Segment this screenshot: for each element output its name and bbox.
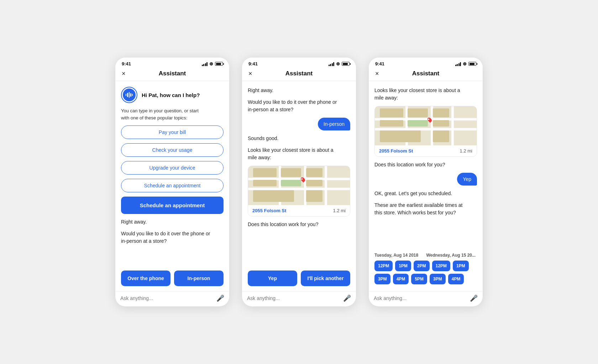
bot-msg-3b: Does this location work for you? <box>374 161 477 168</box>
slot-4pm-d2-r2[interactable]: 4PM <box>448 274 464 284</box>
battery-icon-3 <box>468 62 476 66</box>
in-person-btn-1[interactable]: In-person <box>174 271 224 286</box>
bot-msg-2a: Right away. <box>248 87 350 94</box>
quick-reply-schedule[interactable]: Schedule an appointment <box>121 179 224 192</box>
user-msg-row-2: In-person <box>248 118 350 130</box>
time-2: 9:41 <box>248 61 258 66</box>
slots-row1: 12PM 1PM 2PM 12PM 1PM <box>374 261 477 271</box>
avatar-inner-1 <box>123 89 136 101</box>
slot-3pm-d1-r2[interactable]: 3PM <box>374 274 390 284</box>
chat-area-2: Right away. Would you like to do it over… <box>242 81 356 267</box>
app-header-3: × Assistant <box>369 68 483 81</box>
chat-area-1: Hi Pat, how can I help? You can type in … <box>115 81 229 267</box>
header-title-1: Assistant <box>159 70 186 77</box>
bot-msg-3d: These are the earliest available times a… <box>374 202 477 216</box>
bot-msg-2c: Sounds good. <box>248 135 350 142</box>
signal-icon-2 <box>329 62 335 66</box>
bot-msg-3a: Looks like your closest store is about a… <box>374 87 477 102</box>
signal-icon-1 <box>202 62 208 66</box>
app-header-1: × Assistant <box>115 68 229 81</box>
close-button-3[interactable]: × <box>375 70 379 77</box>
app-header-2: × Assistant <box>242 68 356 81</box>
map-image-3 <box>375 106 477 145</box>
phone-screen-2: 9:41 ⊛ × Assistant Right away. Would you… <box>242 58 356 306</box>
phone-screen-3: 9:41 ⊛ × Assistant Looks like your close… <box>369 58 483 306</box>
slot-day2-label: Wednesday, Aug 15 20... <box>426 253 476 258</box>
slot-1pm-d1-r1[interactable]: 1PM <box>395 261 411 271</box>
user-msg-3: Yep <box>457 173 477 186</box>
avatar-1 <box>121 87 137 103</box>
bot-msg-2d: Looks like your closest store is about a… <box>248 146 350 161</box>
map-card-3: 2055 Folsom St 1.2 mi <box>374 106 477 157</box>
soundwave-icon-1 <box>126 92 133 98</box>
bot-msg-2e: Does this location work for you? <box>248 221 350 228</box>
wifi-icon-2: ⊛ <box>336 61 340 66</box>
input-bar-2: 🎤 <box>242 291 356 306</box>
map-distance-2: 1.2 mi <box>333 208 346 213</box>
quick-reply-check-usage[interactable]: Check your usage <box>121 143 224 157</box>
slot-4pm-d1-r2[interactable]: 4PM <box>393 274 409 284</box>
status-bar-2: 9:41 ⊛ <box>242 58 356 68</box>
time-slots-header-3: Tuesday, Aug 14 2018 Wednesday, Aug 15 2… <box>374 253 477 258</box>
wifi-icon-3: ⊛ <box>463 61 467 66</box>
user-msg-2: In-person <box>318 118 350 130</box>
slot-12pm-d1-r1[interactable]: 12PM <box>374 261 393 271</box>
mic-icon-2[interactable]: 🎤 <box>343 294 351 302</box>
chat-input-1[interactable] <box>120 295 214 301</box>
bot-msg-1b: Would you like to do it over the phone o… <box>121 230 224 245</box>
pick-another-btn-2[interactable]: I'll pick another <box>301 271 350 286</box>
subtitle-text-1: You can type in your question, or start … <box>121 107 224 121</box>
mic-icon-3[interactable]: 🎤 <box>470 294 478 302</box>
close-button-2[interactable]: × <box>248 70 252 77</box>
time-1: 9:41 <box>122 61 131 66</box>
slot-2pm-d1-r1[interactable]: 2PM <box>414 261 430 271</box>
user-msg-row-3: Yep <box>374 173 477 186</box>
slot-day1-label: Tuesday, Aug 14 2018 <box>374 253 418 258</box>
bot-msg-3c: OK, great. Let's get you scheduled. <box>374 190 477 197</box>
chat-input-2[interactable] <box>247 295 340 301</box>
quick-reply-pay-bill[interactable]: Pay your bill <box>121 125 224 139</box>
bot-msg-1a: Right away. <box>121 218 224 226</box>
map-footer-2: 2055 Folsom St 1.2 mi <box>248 205 350 216</box>
slot-12pm-d2-r1[interactable]: 12PM <box>432 261 450 271</box>
chat-input-3[interactable] <box>374 295 467 301</box>
greeting-row-1: Hi Pat, how can I help? <box>121 87 224 103</box>
map-address-3: 2055 Folsom St <box>379 148 413 154</box>
wifi-icon-1: ⊛ <box>209 61 213 66</box>
map-image-2 <box>248 166 350 205</box>
mic-icon-1[interactable]: 🎤 <box>216 294 224 302</box>
header-title-3: Assistant <box>412 70 440 77</box>
screens-container: 9:41 ⊛ × Assistant <box>115 58 483 306</box>
slot-3pm-d2-r2[interactable]: 3PM <box>430 274 446 284</box>
cta-schedule-1[interactable]: Schedule an appointment <box>121 197 224 214</box>
status-bar-1: 9:41 ⊛ <box>115 58 229 68</box>
map-address-2: 2055 Folsom St <box>252 208 286 213</box>
input-bar-1: 🎤 <box>115 291 229 306</box>
status-icons-2: ⊛ <box>329 61 350 66</box>
bottom-btns-2: Yep I'll pick another <box>242 267 356 291</box>
close-button-1[interactable]: × <box>122 70 126 77</box>
greeting-text-1: Hi Pat, how can I help? <box>142 92 200 98</box>
yep-btn-2[interactable]: Yep <box>248 271 297 286</box>
map-footer-3: 2055 Folsom St 1.2 mi <box>375 145 477 156</box>
slot-5pm-d1-r2[interactable]: 5PM <box>411 274 427 284</box>
slots-row2: 3PM 4PM 5PM 3PM 4PM <box>374 274 477 284</box>
map-card-2: 2055 Folsom St 1.2 mi <box>248 166 350 216</box>
phone-screen-1: 9:41 ⊛ × Assistant <box>115 58 229 306</box>
map-distance-3: 1.2 mi <box>460 148 472 154</box>
quick-reply-upgrade[interactable]: Upgrade your device <box>121 161 224 175</box>
time-slots-3: Tuesday, Aug 14 2018 Wednesday, Aug 15 2… <box>369 253 483 291</box>
chat-area-3: Looks like your closest store is about a… <box>369 81 483 253</box>
bot-msg-2b: Would you like to do it over the phone o… <box>248 98 350 113</box>
time-3: 9:41 <box>375 61 384 66</box>
status-icons-3: ⊛ <box>455 61 477 66</box>
status-icons-1: ⊛ <box>202 61 223 66</box>
slot-1pm-d2-r1[interactable]: 1PM <box>453 261 469 271</box>
signal-icon-3 <box>455 62 461 66</box>
battery-icon-2 <box>342 62 350 66</box>
bottom-btns-1: Over the phone In-person <box>115 267 229 291</box>
over-phone-btn-1[interactable]: Over the phone <box>121 271 171 286</box>
battery-icon-1 <box>215 62 223 66</box>
input-bar-3: 🎤 <box>369 291 483 306</box>
status-bar-3: 9:41 ⊛ <box>369 58 483 68</box>
